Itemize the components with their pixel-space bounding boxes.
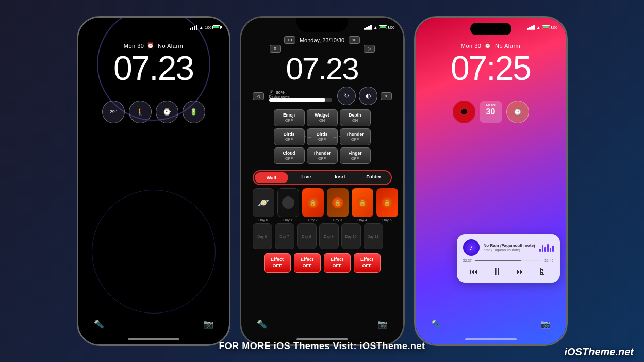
thumb-wrapper-4: 🔒 Day 4	[352, 188, 373, 222]
effect-btn-3[interactable]: EffectOFF	[324, 253, 351, 272]
phone-right: ▲ 100 Mon 30 ⏰ No Alarm 07:25	[414, 16, 568, 346]
camera-icon-mid[interactable]: 📷	[377, 319, 388, 329]
music-bars	[539, 243, 554, 252]
phone-middle-screen: ▲ 100 10 Monday, 23/10/30 10 0 ▷	[241, 18, 403, 344]
battery-fill-mid	[380, 26, 386, 28]
toggle-birds-1[interactable]: Birds OFF	[274, 128, 305, 145]
scroll-t9[interactable]: Day 9	[319, 223, 339, 249]
status-right: ▲ 100	[190, 25, 220, 30]
wp-thumb-2[interactable]: 🔒	[302, 188, 324, 217]
bar4	[547, 244, 549, 252]
toggle-row-3: Cloud OFF Thunder OFF Finger OFF	[253, 147, 392, 164]
notch-middle	[296, 18, 348, 32]
wp-thumb-3[interactable]: 🔒	[327, 188, 349, 217]
nav-btn-left-bot[interactable]: ◁	[253, 92, 264, 100]
widget-num: 30	[485, 107, 497, 117]
scroll-t7[interactable]: Day 7	[275, 223, 294, 249]
phone-left: ▲ 100 Mon 30 ⏰ No Alarm 07.23	[77, 16, 230, 346]
prev-button[interactable]: ⏮	[470, 267, 478, 276]
thumb-wrapper-0: 🪐 Day 0	[253, 188, 274, 222]
widgets-row-right: ⏺ MON 30 ⌚	[453, 101, 529, 123]
battery-info: 📱 90% Device power	[267, 90, 334, 102]
status-right-mid: ▲ 100	[364, 25, 394, 30]
date-text-middle: Monday, 23/10/30	[300, 37, 344, 43]
signal-bars	[190, 25, 197, 30]
wp-thumb-4[interactable]: 🔒	[352, 188, 373, 217]
lock-overlay-2: 🔒	[307, 197, 319, 208]
dynamic-island-right	[470, 23, 511, 35]
flashlight-icon-left[interactable]: 🔦	[94, 319, 104, 329]
toggle-thunder-2[interactable]: Thunder OFF	[307, 147, 338, 164]
battery-box-right: 100	[542, 25, 557, 30]
clock-right: 07:25	[451, 51, 531, 85]
effect-btn-2[interactable]: EffectOFF	[294, 253, 321, 272]
toggle-depth[interactable]: Depth ON	[340, 109, 371, 126]
effect-btn-1[interactable]: EffectOFF	[264, 253, 291, 272]
battery-fill	[213, 26, 219, 28]
next-button[interactable]: ⏭	[516, 267, 524, 276]
battery-nav-row: ◁ 📱 90% Device power ↻ ◐ 9	[253, 87, 392, 105]
toggle-row-1: Emoji OFF Widget ON Depth ON	[253, 109, 392, 126]
scroll-row: Day 6 Day 7 Day 8 Day 9 Day 10 Day 11	[253, 223, 392, 249]
wifi-icon: ▲	[199, 25, 203, 30]
alarm-text-right: No Alarm	[495, 43, 520, 49]
toggle-cloud[interactable]: Cloud OFF	[274, 147, 305, 164]
toggle-finger[interactable]: Finger OFF	[340, 147, 371, 164]
scroll-t8[interactable]: Day 8	[297, 223, 317, 249]
lock-overlay-3: 🔒	[332, 197, 343, 208]
nav-btn-right-top[interactable]: 10	[349, 36, 360, 44]
nav-btn-right-mid[interactable]: ▷	[364, 45, 375, 53]
nav-btn-left-top[interactable]: 10	[284, 36, 295, 44]
flashlight-icon-right[interactable]: 🔦	[431, 319, 441, 329]
watermark-text: FOR MORE iOS Themes Visit: iOSTheme.net	[219, 341, 425, 352]
flashlight-icon-mid[interactable]: 🔦	[257, 319, 267, 329]
tab-wall[interactable]: Wall	[255, 172, 289, 183]
tab-insrt[interactable]: Insrt	[323, 171, 357, 184]
toggle-birds-2[interactable]: Birds OFF	[307, 128, 338, 145]
toggle-thunder-1[interactable]: Thunder OFF	[340, 128, 371, 145]
scroll-t10[interactable]: Day 10	[341, 223, 361, 249]
music-artist: note (Fagamouth note)	[484, 248, 535, 252]
music-time-end: 32:45	[544, 259, 554, 262]
tab-folder[interactable]: Folder	[357, 171, 391, 184]
wp-thumb-dark[interactable]	[277, 188, 299, 217]
lock-overlay-5: 🔒	[382, 197, 393, 208]
day-label-1: Day 1	[283, 218, 292, 222]
day-label-2: Day 2	[308, 218, 317, 222]
music-title: No Rain (Fagamouth note)	[484, 243, 535, 249]
camera-icon-left[interactable]: 📷	[203, 319, 213, 329]
phone-left-screen: ▲ 100 Mon 30 ⏰ No Alarm 07.23	[78, 18, 229, 344]
lock-overlay-4: 🔒	[357, 197, 368, 208]
day-label-3: Day 3	[333, 218, 342, 222]
bar6	[552, 246, 554, 252]
bar3	[544, 247, 546, 252]
status-right-right: ▲ 100	[527, 25, 557, 30]
progress-fill	[475, 260, 521, 261]
battery-box: 100	[205, 25, 220, 30]
music-controls: ⏮ ⏸ ⏭ 🎛	[463, 266, 554, 277]
scroll-t6[interactable]: Day 6	[253, 223, 272, 249]
widget-date: MON 30	[480, 101, 502, 123]
progress-track	[475, 260, 541, 261]
camera-icon-right[interactable]: 📷	[540, 319, 551, 329]
battery-icon-right	[542, 25, 550, 29]
bottom-controls-left: 🔦 📷	[78, 319, 229, 329]
thumb-wrapper-5: 🔒 Day 5	[376, 188, 398, 222]
nav-btn-left-mid[interactable]: 0	[270, 45, 281, 53]
toggle-widget[interactable]: Widget ON	[307, 109, 338, 126]
wp-thumb-5[interactable]: 🔒	[376, 188, 398, 217]
scroll-t11[interactable]: Day 11	[364, 223, 383, 249]
equalizer-icon[interactable]: 🎛	[538, 267, 547, 276]
effect-btn-4[interactable]: EffectOFF	[354, 253, 381, 272]
phone-right-screen: ▲ 100 Mon 30 ⏰ No Alarm 07:25	[416, 18, 566, 344]
battery-row: 📱 90%	[269, 90, 332, 95]
tab-live[interactable]: Live	[289, 171, 323, 184]
battery-icon-mid	[379, 25, 387, 29]
toggle-emoji[interactable]: Emoji OFF	[274, 109, 305, 126]
battery-bar-fill	[269, 98, 326, 102]
nav-btn-right-bot[interactable]: 9	[381, 92, 392, 100]
music-time-start: 32:37	[463, 259, 472, 262]
battery-box-mid: 100	[379, 25, 394, 30]
pause-button[interactable]: ⏸	[492, 266, 502, 277]
wp-thumb-planet[interactable]: 🪐	[253, 188, 274, 217]
